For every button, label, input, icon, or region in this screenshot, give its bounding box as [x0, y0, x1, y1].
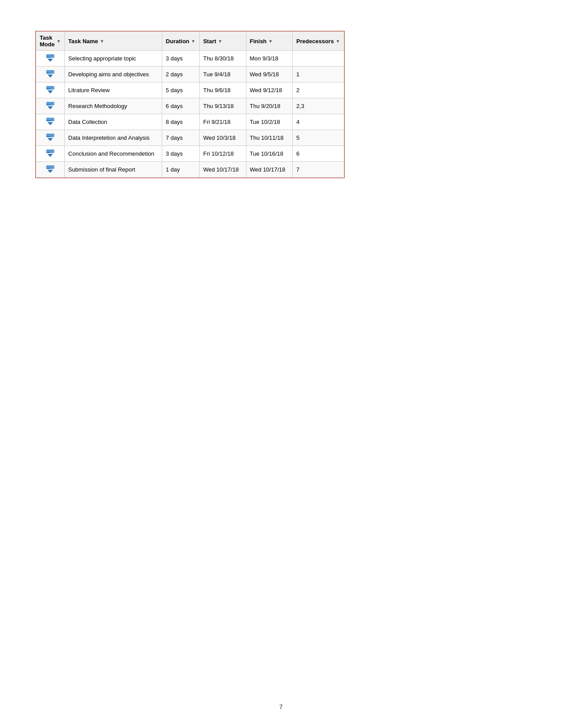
- task-mode-icon: [45, 116, 55, 126]
- start-cell: Thu 9/6/18: [199, 82, 246, 98]
- finish-cell: Thu 10/11/18: [246, 130, 293, 146]
- table-row: Data Collection8 daysFri 9/21/18Tue 10/2…: [36, 114, 344, 130]
- svg-rect-4: [46, 73, 51, 74]
- svg-rect-13: [46, 120, 51, 121]
- svg-rect-19: [46, 152, 51, 153]
- task-name-cell: Developing aims and objectives: [64, 67, 162, 82]
- col-header-task-name[interactable]: Task Name ▼: [64, 32, 162, 51]
- svg-marker-8: [48, 90, 53, 93]
- task-mode-cell: [36, 98, 65, 114]
- col-header-task-mode[interactable]: TaskMode ▼: [36, 32, 65, 51]
- duration-cell: 3 days: [162, 51, 200, 67]
- svg-rect-22: [46, 168, 51, 169]
- predecessors-label: Predecessors: [296, 38, 334, 45]
- svg-marker-20: [48, 154, 53, 157]
- col-header-finish[interactable]: Finish ▼: [246, 32, 293, 51]
- task-mode-cell: [36, 67, 65, 82]
- start-cell: Fri 10/12/18: [199, 146, 246, 162]
- predecessors-cell: 4: [293, 114, 344, 130]
- duration-cell: 3 days: [162, 146, 200, 162]
- predecessors-cell: [293, 51, 344, 67]
- predecessors-cell: 1: [293, 67, 344, 82]
- start-cell: Thu 8/30/18: [199, 51, 246, 67]
- finish-cell: Mon 9/3/18: [246, 51, 293, 67]
- task-mode-cell: [36, 146, 65, 162]
- duration-cell: 2 days: [162, 67, 200, 82]
- start-cell: Thu 9/13/18: [199, 98, 246, 114]
- start-label: Start: [203, 38, 216, 45]
- predecessors-cell: 2,3: [293, 98, 344, 114]
- task-mode-cell: [36, 51, 65, 67]
- table-row: Conclusion and Recommendetion3 daysFri 1…: [36, 146, 344, 162]
- start-cell: Wed 10/17/18: [199, 162, 246, 178]
- page-container: TaskMode ▼ Task Name ▼ Duration ▼: [0, 0, 562, 728]
- svg-marker-23: [48, 170, 53, 173]
- task-mode-cell: [36, 162, 65, 178]
- predecessors-cell: 6: [293, 146, 344, 162]
- table-row: Developing aims and objectives2 daysTue …: [36, 67, 344, 82]
- svg-marker-11: [48, 106, 53, 109]
- svg-rect-10: [46, 105, 51, 105]
- duration-cell: 1 day: [162, 162, 200, 178]
- task-name-cell: Litrature Review: [64, 82, 162, 98]
- col-header-predecessors[interactable]: Predecessors ▼: [293, 32, 344, 51]
- finish-cell: Wed 9/12/18: [246, 82, 293, 98]
- duration-sort-icon[interactable]: ▼: [191, 39, 196, 44]
- task-name-cell: Selecting appropriate topic: [64, 51, 162, 67]
- task-mode-sort-icon[interactable]: ▼: [56, 39, 61, 44]
- task-name-cell: Submission of final Report: [64, 162, 162, 178]
- predecessors-cell: 7: [293, 162, 344, 178]
- finish-label: Finish: [250, 38, 267, 45]
- task-mode-icon: [45, 69, 55, 78]
- finish-sort-icon[interactable]: ▼: [268, 39, 273, 44]
- task-mode-icon: [45, 101, 55, 110]
- start-sort-icon[interactable]: ▼: [218, 39, 223, 44]
- start-cell: Tue 9/4/18: [199, 67, 246, 82]
- col-header-start[interactable]: Start ▼: [199, 32, 246, 51]
- predecessors-cell: 2: [293, 82, 344, 98]
- predecessors-cell: 5: [293, 130, 344, 146]
- page-number: 7: [279, 703, 283, 710]
- finish-cell: Thu 9/20/18: [246, 98, 293, 114]
- task-name-label: Task Name: [68, 38, 98, 45]
- table-row: Research Methodology6 daysThu 9/13/18Thu…: [36, 98, 344, 114]
- task-name-cell: Data Collection: [64, 114, 162, 130]
- svg-rect-1: [46, 57, 51, 58]
- duration-label: Duration: [166, 38, 189, 45]
- finish-cell: Wed 9/5/18: [246, 67, 293, 82]
- task-mode-icon: [45, 164, 55, 174]
- finish-cell: Tue 10/2/18: [246, 114, 293, 130]
- task-mode-cell: [36, 82, 65, 98]
- svg-marker-17: [48, 138, 53, 141]
- svg-rect-7: [46, 89, 51, 90]
- start-cell: Fri 9/21/18: [199, 114, 246, 130]
- task-mode-icon: [45, 53, 55, 63]
- svg-rect-16: [46, 136, 51, 137]
- task-name-cell: Research Methodology: [64, 98, 162, 114]
- duration-cell: 7 days: [162, 130, 200, 146]
- gantt-table-wrapper: TaskMode ▼ Task Name ▼ Duration ▼: [35, 31, 345, 178]
- table-row: Data Interpretetion and Analysis7 daysWe…: [36, 130, 344, 146]
- table-row: Litrature Review5 daysThu 9/6/18Wed 9/12…: [36, 82, 344, 98]
- svg-marker-2: [48, 59, 53, 62]
- table-row: Submission of final Report1 dayWed 10/17…: [36, 162, 344, 178]
- predecessors-sort-icon[interactable]: ▼: [335, 39, 340, 44]
- duration-cell: 8 days: [162, 114, 200, 130]
- task-mode-icon: [45, 85, 55, 94]
- task-name-sort-icon[interactable]: ▼: [100, 39, 104, 44]
- col-header-duration[interactable]: Duration ▼: [162, 32, 200, 51]
- start-cell: Wed 10/3/18: [199, 130, 246, 146]
- task-mode-label: TaskMode: [40, 34, 55, 48]
- svg-marker-5: [48, 75, 53, 78]
- duration-cell: 6 days: [162, 98, 200, 114]
- table-header-row: TaskMode ▼ Task Name ▼ Duration ▼: [36, 32, 344, 51]
- task-mode-icon: [45, 132, 55, 142]
- table-row: Selecting appropriate topic3 daysThu 8/3…: [36, 51, 344, 67]
- task-mode-cell: [36, 114, 65, 130]
- svg-marker-14: [48, 122, 53, 125]
- task-name-cell: Conclusion and Recommendetion: [64, 146, 162, 162]
- task-name-cell: Data Interpretetion and Analysis: [64, 130, 162, 146]
- task-mode-cell: [36, 130, 65, 146]
- finish-cell: Wed 10/17/18: [246, 162, 293, 178]
- duration-cell: 5 days: [162, 82, 200, 98]
